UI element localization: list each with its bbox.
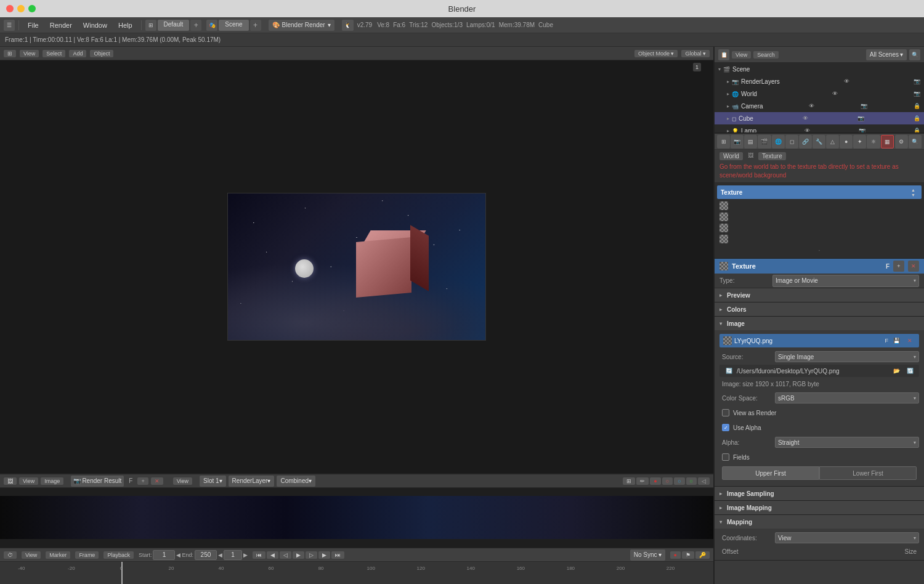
minimize-button[interactable]: [17, 5, 25, 12]
end-frame-input[interactable]: 250: [195, 550, 217, 560]
cube-render-icon[interactable]: 📷: [857, 115, 864, 121]
current-frame-input[interactable]: 1: [224, 550, 242, 560]
renderlayers-render-icon[interactable]: 📷: [914, 78, 920, 84]
prop-render-tab[interactable]: 📷: [731, 135, 744, 148]
color-space-dropdown[interactable]: sRGB ▾: [775, 392, 919, 404]
lamp-lock-icon[interactable]: 🔒: [914, 128, 920, 134]
viewport-numpad-button[interactable]: 1: [693, 63, 701, 71]
camera-eye[interactable]: 👁: [809, 103, 814, 109]
texture-slot-2[interactable]: [717, 211, 922, 222]
type-dropdown[interactable]: Image or Movie ▾: [772, 275, 919, 287]
texture-close-btn[interactable]: ✕: [908, 261, 919, 272]
outliner-search-icon[interactable]: 🔍: [909, 49, 920, 60]
image-record2-btn[interactable]: ○: [662, 477, 673, 485]
camera-lock-icon[interactable]: 🔒: [914, 103, 920, 109]
colors-header[interactable]: ▸ Colors: [715, 302, 924, 316]
image-sampling-header[interactable]: ▸ Image Sampling: [715, 487, 924, 500]
prop-constraints-tab[interactable]: 🔗: [799, 135, 812, 148]
viewport-object-button[interactable]: Object: [90, 50, 113, 57]
image-editor-view-btn[interactable]: View: [19, 477, 38, 485]
tree-item-camera[interactable]: ▸ Camera 👁 📷 🔒: [715, 100, 924, 112]
timeline-ruler[interactable]: -40 -20 0 20 40 60 80 100 120 140 160 18…: [0, 562, 713, 584]
world-render-icon[interactable]: 📷: [914, 91, 920, 97]
prop-type-btn[interactable]: ⊞: [717, 135, 730, 148]
camera-render-icon[interactable]: 📷: [861, 103, 867, 109]
global-local-button[interactable]: Global ▾: [681, 50, 710, 57]
prop-material-tab[interactable]: ●: [840, 135, 853, 148]
menu-render[interactable]: Render: [45, 20, 77, 30]
outliner-type-icon[interactable]: 📋: [718, 49, 729, 60]
add-scene-button[interactable]: +: [250, 20, 261, 31]
prop-scene-tab[interactable]: 🎬: [758, 135, 771, 148]
tree-item-renderlayers[interactable]: ▸ RenderLayers 👁 📷: [715, 75, 924, 87]
path-browse-btn[interactable]: 📂: [891, 365, 902, 376]
viewport-mode-button[interactable]: Object Mode ▾: [634, 50, 678, 57]
texture-slot-4[interactable]: [717, 233, 922, 245]
next-keyframe-btn[interactable]: ▷: [306, 551, 317, 559]
prev-frame-btn[interactable]: ◀: [267, 551, 278, 559]
menu-window[interactable]: Window: [78, 20, 112, 30]
window-controls[interactable]: [6, 5, 36, 12]
scene-filter[interactable]: All Scenes ▾: [866, 49, 907, 60]
renderlayers-eye[interactable]: 👁: [844, 78, 849, 84]
prop-layers-tab[interactable]: ▤: [744, 135, 757, 148]
tree-item-world[interactable]: ▸ World 👁 📷: [715, 87, 924, 100]
image-record5-btn[interactable]: ◁: [698, 477, 710, 485]
lower-first-btn[interactable]: Lower First: [819, 466, 917, 480]
alpha-dropdown[interactable]: Straight ▾: [775, 437, 919, 448]
image-section-header[interactable]: ▾ Image: [715, 317, 924, 330]
viewport-select-button[interactable]: Select: [43, 50, 65, 57]
scene-tab[interactable]: Scene: [219, 20, 248, 31]
image-snap-btn[interactable]: ⊞: [623, 477, 635, 485]
cube-eye[interactable]: 👁: [803, 115, 808, 121]
timeline-marker-btn[interactable]: Marker: [46, 551, 70, 559]
mapping-header[interactable]: ▾ Mapping: [715, 515, 924, 529]
keying-btn[interactable]: 🔑: [695, 551, 710, 559]
close-button[interactable]: [6, 5, 14, 12]
texture-slot-3[interactable]: [717, 222, 922, 233]
engine-icon[interactable]: 🐧: [342, 20, 354, 31]
jump-start-btn[interactable]: ⏮: [253, 551, 265, 559]
image-record3-btn[interactable]: ○: [674, 477, 684, 485]
outliner-view-btn[interactable]: View: [732, 51, 751, 59]
sync-selector[interactable]: No Sync ▾: [630, 550, 665, 561]
upper-first-btn[interactable]: Upper First: [722, 466, 819, 480]
lamp-eye[interactable]: 👁: [804, 128, 810, 134]
combined-selector[interactable]: Combined ▾: [277, 476, 315, 487]
image-remove-btn[interactable]: ✕: [904, 335, 915, 346]
preview-header[interactable]: ▸ Preview: [715, 288, 924, 302]
layout-tab[interactable]: Default: [158, 20, 190, 31]
close-image-btn[interactable]: ✕: [151, 477, 163, 485]
image-save-btn[interactable]: 💾: [891, 335, 902, 346]
add-layout-button[interactable]: +: [190, 20, 201, 31]
add-image-btn[interactable]: +: [137, 477, 148, 485]
jump-end-btn[interactable]: ⏭: [331, 551, 344, 559]
view2-btn[interactable]: View: [173, 477, 192, 485]
cube-lock-icon[interactable]: 🔒: [914, 115, 920, 121]
image-record4-btn[interactable]: ○: [686, 477, 697, 485]
lamp-render-icon[interactable]: 📷: [859, 128, 865, 134]
viewport-type-button[interactable]: ⊞: [4, 50, 16, 57]
prop-extra-btn[interactable]: ⚙: [895, 135, 908, 148]
prop-texture-tab[interactable]: ▦: [881, 135, 894, 148]
image-record-btn[interactable]: ●: [650, 477, 660, 485]
prev-keyframe-btn[interactable]: ◁: [280, 551, 291, 559]
texture-tab-label[interactable]: Texture: [758, 152, 786, 160]
prop-data-tab[interactable]: △: [826, 135, 839, 148]
timeline-view-btn[interactable]: View: [22, 551, 41, 559]
next-frame-btn[interactable]: ▶: [318, 551, 330, 559]
autokey-btn[interactable]: ⚑: [682, 551, 694, 559]
fields-checkbox[interactable]: [722, 453, 729, 461]
prop-world-tab[interactable]: 🌐: [772, 135, 785, 148]
slot-selector[interactable]: Slot 1 ▾: [200, 476, 226, 487]
texture-slot-1[interactable]: [717, 200, 922, 211]
coordinates-dropdown[interactable]: View ▾: [775, 532, 919, 543]
path-folder-btn[interactable]: 🔄: [723, 365, 734, 376]
render-result-selector[interactable]: 📷 Render Result: [71, 476, 124, 487]
scene-tab-icon[interactable]: 🎭: [206, 20, 217, 31]
use-alpha-checkbox[interactable]: [722, 424, 729, 431]
prop-object-tab[interactable]: ◻: [785, 135, 798, 148]
viewport-view-button[interactable]: View: [20, 50, 39, 57]
screen-layout-icon[interactable]: ⊞: [145, 20, 156, 31]
renderer-selector[interactable]: 🎨 Blender Render ▾: [269, 20, 334, 31]
